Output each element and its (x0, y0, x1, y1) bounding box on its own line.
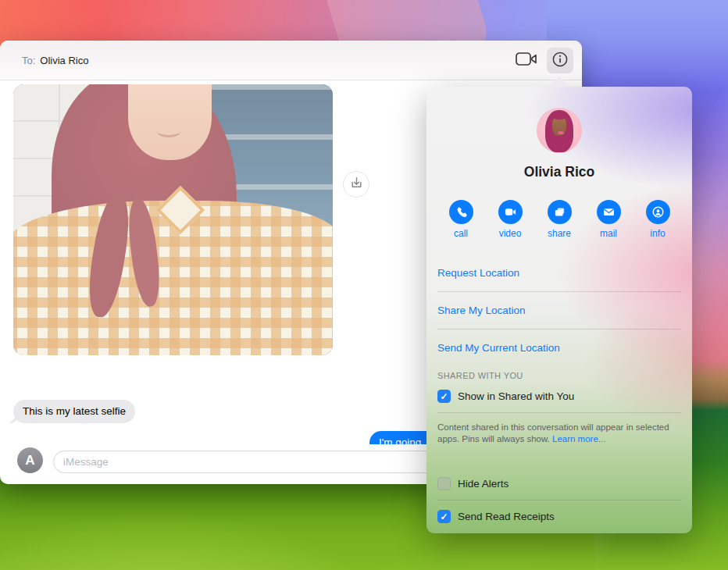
shared-with-you-description: Content shared in this conversation will… (437, 422, 681, 444)
call-button[interactable]: call (439, 200, 483, 239)
avatar-lips (558, 131, 564, 134)
learn-more-link[interactable]: Learn more... (552, 434, 605, 444)
contact-avatar[interactable] (537, 108, 582, 153)
save-attachment-button[interactable] (343, 171, 369, 198)
send-read-receipts-row[interactable]: ✓ Send Read Receipts (437, 510, 681, 523)
conversation-details-popover: Olivia Rico call video (426, 87, 692, 533)
envelope-icon (597, 200, 621, 224)
info-label: info (650, 228, 665, 239)
mail-label: mail (600, 228, 617, 239)
video-camera-icon (498, 200, 523, 224)
show-in-shared-with-you-label: Show in Shared with You (458, 390, 574, 402)
download-tray-icon (350, 176, 363, 193)
conversation-details-button[interactable] (547, 48, 573, 73)
checkbox-checked[interactable]: ✓ (437, 510, 451, 523)
received-message-bubble[interactable]: This is my latest selfie (13, 400, 135, 423)
divider (437, 412, 681, 413)
app-store-icon: A (25, 453, 34, 468)
to-label: To: (22, 55, 35, 66)
video-button[interactable]: video (488, 200, 532, 239)
show-in-shared-with-you-row[interactable]: ✓ Show in Shared with You (437, 390, 681, 403)
call-label: call (454, 228, 468, 239)
send-read-receipts-label: Send Read Receipts (458, 511, 555, 522)
info-icon (551, 51, 569, 71)
video-camera-icon (516, 52, 537, 69)
share-label: share (548, 228, 571, 239)
mail-button[interactable]: mail (587, 200, 630, 239)
contact-name: Olivia Rico (426, 164, 692, 180)
video-label: video (499, 228, 522, 239)
checkbox-unchecked[interactable] (437, 477, 451, 490)
recipient-line: To: Olivia Rico (22, 41, 88, 80)
person-circle-icon (646, 200, 670, 224)
photo-attachment-selfie[interactable] (13, 84, 333, 355)
recipient-name: Olivia Rico (40, 55, 88, 66)
checkbox-checked[interactable]: ✓ (437, 390, 451, 403)
facetime-button[interactable] (514, 51, 539, 69)
shared-with-you-header: SHARED WITH YOU (437, 371, 681, 380)
send-my-current-location-link[interactable]: Send My Current Location (437, 330, 681, 366)
contact-actions-row: call video share (426, 200, 692, 239)
popover-body: Request Location Share My Location Send … (426, 255, 692, 523)
app-store-apps-button[interactable]: A (17, 447, 43, 473)
toolbar: To: Olivia Rico (0, 41, 582, 80)
popover-arrow (548, 77, 570, 87)
share-folders-icon (548, 200, 572, 224)
avatar-fringe (551, 113, 567, 119)
divider (437, 500, 681, 501)
hide-alerts-label: Hide Alerts (458, 478, 509, 490)
hide-alerts-row[interactable]: Hide Alerts (437, 477, 681, 490)
share-button[interactable]: share (537, 200, 581, 239)
photo-overlay (13, 84, 333, 355)
phone-icon (449, 200, 473, 224)
info-button[interactable]: info (636, 200, 680, 239)
request-location-link[interactable]: Request Location (437, 255, 681, 292)
share-my-location-link[interactable]: Share My Location (437, 292, 681, 330)
